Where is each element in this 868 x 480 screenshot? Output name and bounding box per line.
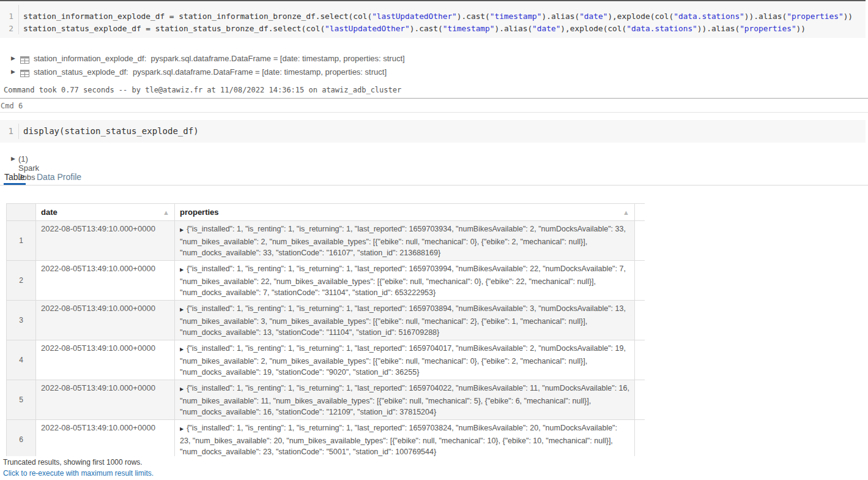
- code-text: station_status_explode_df = station_stat…: [23, 23, 806, 35]
- code-line[interactable]: 2station_status_explode_df = station_sta…: [0, 23, 866, 35]
- row-number-cell: 3: [7, 301, 36, 340]
- reexecute-link[interactable]: Click to re-execute with maximum result …: [3, 469, 154, 478]
- databricks-notebook: 1station_information_explode_df = statio…: [0, 0, 868, 480]
- expand-spark-jobs-icon[interactable]: ▶: [11, 156, 15, 162]
- dataframe-name: station_information_explode_df:: [34, 54, 146, 63]
- dataframe-name: station_status_explode_df:: [34, 67, 128, 77]
- date-value: 2022-08-05T13:49:10.000+0000: [41, 343, 169, 354]
- date-value: 2022-08-05T13:49:10.000+0000: [41, 263, 169, 274]
- properties-cell: ▶{"is_installed": 1, "is_renting": 1, "i…: [175, 420, 635, 457]
- results-table-container[interactable]: date▲ properties▲ 12022-08-05T13:49:10.0…: [6, 203, 645, 456]
- expand-struct-icon[interactable]: ▶: [180, 267, 184, 272]
- tab-data-profile[interactable]: Data Profile: [37, 172, 81, 182]
- sort-icon[interactable]: ▲: [163, 209, 169, 216]
- scroll-gutter-cell: [635, 340, 645, 380]
- code-cell-station-explode[interactable]: 1station_information_explode_df = statio…: [0, 1, 866, 38]
- column-header-properties[interactable]: properties▲: [175, 204, 635, 221]
- expand-struct-icon[interactable]: ▶: [180, 227, 184, 233]
- row-number-cell: 6: [7, 420, 36, 457]
- truncated-results-note: Truncated results, showing first 1000 ro…: [3, 458, 143, 467]
- expand-dataframe-icon[interactable]: ▶: [11, 69, 15, 75]
- date-cell: 2022-08-05T13:49:10.000+0000: [36, 340, 175, 380]
- tab-table[interactable]: Table: [4, 172, 24, 182]
- tabs-divider: [0, 185, 868, 186]
- code-cell-display[interactable]: 1display(station_status_explode_df): [0, 120, 866, 143]
- scroll-gutter-cell: [635, 420, 645, 457]
- properties-json: {"is_installed": 1, "is_renting": 1, "is…: [180, 384, 629, 416]
- table-row: 22022-08-05T13:49:10.000+0000▶{"is_insta…: [7, 261, 645, 301]
- row-number-header: [7, 204, 36, 221]
- date-cell: 2022-08-05T13:49:10.000+0000: [36, 221, 175, 261]
- row-number-cell: 5: [7, 380, 36, 420]
- date-value: 2022-08-05T13:49:10.000+0000: [41, 422, 169, 433]
- properties-json: {"is_installed": 1, "is_renting": 1, "is…: [180, 344, 626, 377]
- table-row: 62022-08-05T13:49:10.000+0000▶{"is_insta…: [7, 420, 645, 457]
- line-number: 1: [0, 125, 13, 137]
- column-header-date[interactable]: date▲: [36, 204, 175, 221]
- expand-struct-icon[interactable]: ▶: [180, 386, 184, 392]
- code-line[interactable]: 1display(station_status_explode_df): [0, 125, 866, 137]
- properties-cell: ▶{"is_installed": 1, "is_renting": 1, "i…: [175, 380, 635, 420]
- date-cell: 2022-08-05T13:49:10.000+0000: [36, 261, 175, 301]
- properties-cell: ▶{"is_installed": 1, "is_renting": 1, "i…: [175, 261, 635, 301]
- line-number: 2: [0, 23, 13, 35]
- line-number: 1: [0, 10, 13, 23]
- command-status-line: Command took 0.77 seconds -- by tle@ataw…: [4, 86, 401, 94]
- expand-dataframe-icon[interactable]: ▶: [11, 55, 15, 62]
- properties-json: {"is_installed": 1, "is_renting": 1, "is…: [180, 304, 626, 337]
- date-value: 2022-08-05T13:49:10.000+0000: [41, 303, 169, 314]
- properties-json: {"is_installed": 1, "is_renting": 1, "is…: [180, 225, 626, 257]
- properties-json: {"is_installed": 1, "is_renting": 1, "is…: [180, 424, 617, 456]
- code-editor[interactable]: 1station_information_explode_df = statio…: [0, 10, 866, 35]
- date-cell: 2022-08-05T13:49:10.000+0000: [36, 420, 175, 457]
- properties-cell: ▶{"is_installed": 1, "is_renting": 1, "i…: [175, 301, 635, 340]
- cell-divider: [0, 98, 868, 99]
- properties-cell: ▶{"is_installed": 1, "is_renting": 1, "i…: [175, 221, 635, 261]
- properties-json: {"is_installed": 1, "is_renting": 1, "is…: [180, 264, 626, 297]
- scroll-gutter-cell: [635, 301, 645, 340]
- date-value: 2022-08-05T13:49:10.000+0000: [41, 223, 169, 234]
- properties-cell: ▶{"is_installed": 1, "is_renting": 1, "i…: [175, 340, 635, 380]
- row-number-cell: 2: [7, 261, 36, 301]
- header-row: date▲ properties▲: [7, 204, 645, 221]
- expand-struct-icon[interactable]: ▶: [180, 347, 184, 352]
- table-row: 42022-08-05T13:49:10.000+0000▶{"is_insta…: [7, 340, 645, 380]
- expand-struct-icon[interactable]: ▶: [180, 307, 184, 312]
- column-label: properties: [180, 208, 219, 217]
- scroll-gutter-cell: [635, 380, 645, 420]
- code-line[interactable]: 1station_information_explode_df = statio…: [0, 10, 866, 23]
- sort-icon[interactable]: ▲: [623, 209, 629, 216]
- table-row: 52022-08-05T13:49:10.000+0000▶{"is_insta…: [7, 380, 645, 420]
- dataframe-type: pyspark.sql.dataframe.DataFrame = [date:…: [133, 67, 387, 77]
- date-cell: 2022-08-05T13:49:10.000+0000: [36, 380, 175, 420]
- dataframe-table-icon: [20, 55, 29, 66]
- dataframe-schema-text: station_status_explode_df: pyspark.sql.d…: [34, 67, 387, 77]
- table-row: 12022-08-05T13:49:10.000+0000▶{"is_insta…: [7, 221, 645, 261]
- dataframe-type: pyspark.sql.dataframe.DataFrame = [date:…: [151, 54, 405, 63]
- scroll-gutter-header: [635, 204, 645, 221]
- cmd-number-label: Cmd 6: [1, 102, 23, 110]
- table-row: 32022-08-05T13:49:10.000+0000▶{"is_insta…: [7, 301, 645, 340]
- row-number-cell: 4: [7, 340, 36, 380]
- results-table: date▲ properties▲ 12022-08-05T13:49:10.0…: [6, 203, 645, 456]
- dataframe-table-icon: [20, 69, 29, 80]
- row-number-cell: 1: [7, 221, 36, 261]
- scroll-gutter-cell: [635, 261, 645, 301]
- dataframe-schema-text: station_information_explode_df: pyspark.…: [34, 54, 405, 63]
- cell-divider: [0, 112, 868, 113]
- code-text: display(station_status_explode_df): [23, 125, 199, 137]
- date-value: 2022-08-05T13:49:10.000+0000: [41, 383, 169, 394]
- expand-struct-icon[interactable]: ▶: [180, 426, 184, 432]
- date-cell: 2022-08-05T13:49:10.000+0000: [36, 301, 175, 340]
- scroll-gutter-cell: [635, 221, 645, 261]
- code-text: station_information_explode_df = station…: [23, 10, 853, 23]
- code-editor[interactable]: 1display(station_status_explode_df): [0, 125, 866, 137]
- column-label: date: [41, 208, 57, 217]
